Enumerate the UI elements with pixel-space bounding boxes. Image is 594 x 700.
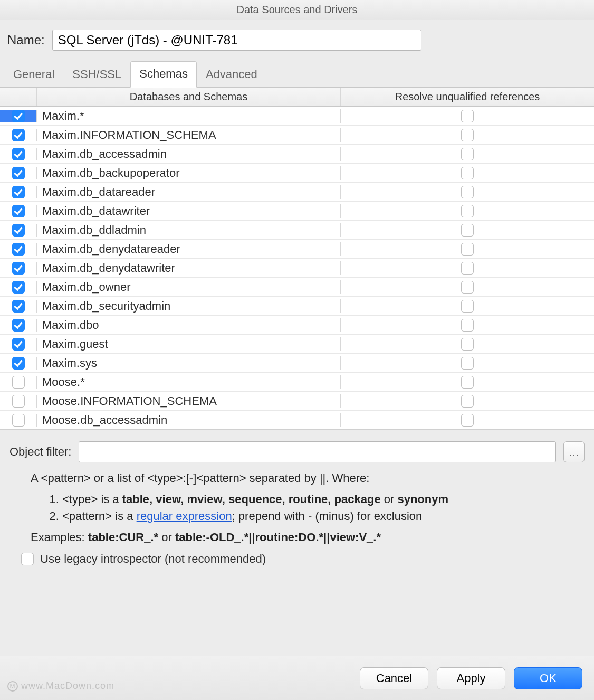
schema-checkbox-cell[interactable] bbox=[0, 414, 37, 427]
schema-checkbox[interactable] bbox=[12, 243, 25, 256]
schema-checkbox[interactable] bbox=[12, 224, 25, 237]
table-row[interactable]: Maxim.db_datareader bbox=[0, 183, 594, 202]
resolve-cell[interactable] bbox=[341, 262, 594, 275]
resolve-cell[interactable] bbox=[341, 338, 594, 351]
table-row[interactable]: Moose.INFORMATION_SCHEMA bbox=[0, 392, 594, 411]
schema-checkbox-cell[interactable] bbox=[0, 148, 37, 160]
ok-button[interactable]: OK bbox=[514, 667, 582, 689]
resolve-checkbox[interactable] bbox=[461, 243, 474, 256]
regular-expression-link[interactable]: regular expression bbox=[137, 509, 232, 523]
resolve-checkbox[interactable] bbox=[461, 186, 474, 198]
resolve-cell[interactable] bbox=[341, 395, 594, 408]
tab-sshssl[interactable]: SSH/SSL bbox=[63, 62, 130, 88]
schema-checkbox[interactable] bbox=[12, 357, 25, 370]
schema-checkbox[interactable] bbox=[12, 319, 25, 332]
table-row[interactable]: Moose.* bbox=[0, 373, 594, 392]
resolve-cell[interactable] bbox=[341, 129, 594, 141]
schema-checkbox-cell[interactable] bbox=[0, 319, 37, 332]
resolve-cell[interactable] bbox=[341, 205, 594, 217]
schema-checkbox-cell[interactable] bbox=[0, 205, 37, 217]
schema-checkbox[interactable] bbox=[12, 129, 25, 141]
schema-checkbox-cell[interactable] bbox=[0, 357, 37, 370]
tab-schemas[interactable]: Schemas bbox=[130, 61, 197, 88]
schema-checkbox[interactable] bbox=[12, 167, 25, 179]
schema-checkbox-cell[interactable] bbox=[0, 395, 37, 408]
resolve-checkbox[interactable] bbox=[461, 357, 474, 370]
schema-checkbox-cell[interactable] bbox=[0, 110, 37, 122]
schema-checkbox-cell[interactable] bbox=[0, 338, 37, 351]
table-row[interactable]: Maxim.dbo bbox=[0, 316, 594, 335]
schema-name: Maxim.* bbox=[37, 109, 341, 123]
resolve-cell[interactable] bbox=[341, 167, 594, 179]
schema-checkbox[interactable] bbox=[12, 414, 25, 427]
table-row[interactable]: Maxim.db_datawriter bbox=[0, 202, 594, 221]
table-row[interactable]: Maxim.* bbox=[0, 107, 594, 126]
resolve-checkbox[interactable] bbox=[461, 262, 474, 275]
schema-name: Maxim.sys bbox=[37, 356, 341, 370]
table-row[interactable]: Moose.db_accessadmin bbox=[0, 411, 594, 430]
table-row[interactable]: Maxim.db_securityadmin bbox=[0, 297, 594, 316]
table-row[interactable]: Maxim.db_denydatawriter bbox=[0, 259, 594, 278]
schema-checkbox-cell[interactable] bbox=[0, 224, 37, 237]
schema-checkbox-cell[interactable] bbox=[0, 243, 37, 256]
resolve-cell[interactable] bbox=[341, 414, 594, 427]
schema-checkbox[interactable] bbox=[12, 262, 25, 275]
resolve-checkbox[interactable] bbox=[461, 376, 474, 389]
table-row[interactable]: Maxim.sys bbox=[0, 354, 594, 373]
object-filter-more-button[interactable]: … bbox=[563, 441, 585, 462]
object-filter-input[interactable] bbox=[79, 441, 556, 462]
schema-checkbox[interactable] bbox=[12, 300, 25, 313]
schema-checkbox[interactable] bbox=[12, 281, 25, 294]
schema-checkbox-cell[interactable] bbox=[0, 281, 37, 294]
table-row[interactable]: Maxim.db_accessadmin bbox=[0, 145, 594, 164]
resolve-cell[interactable] bbox=[341, 357, 594, 370]
schema-checkbox[interactable] bbox=[12, 338, 25, 351]
name-input[interactable] bbox=[52, 30, 421, 51]
resolve-cell[interactable] bbox=[341, 376, 594, 389]
table-row[interactable]: Maxim.db_owner bbox=[0, 278, 594, 297]
schema-checkbox-cell[interactable] bbox=[0, 186, 37, 198]
schema-checkbox-cell[interactable] bbox=[0, 376, 37, 389]
resolve-cell[interactable] bbox=[341, 281, 594, 294]
resolve-checkbox[interactable] bbox=[461, 338, 474, 351]
table-row[interactable]: Maxim.db_ddladmin bbox=[0, 221, 594, 240]
resolve-cell[interactable] bbox=[341, 319, 594, 332]
table-row[interactable]: Maxim.db_backupoperator bbox=[0, 164, 594, 183]
resolve-checkbox[interactable] bbox=[461, 205, 474, 217]
resolve-cell[interactable] bbox=[341, 300, 594, 313]
tab-advanced[interactable]: Advanced bbox=[197, 62, 266, 88]
apply-button[interactable]: Apply bbox=[437, 667, 505, 689]
schema-checkbox-cell[interactable] bbox=[0, 167, 37, 179]
schema-checkbox[interactable] bbox=[12, 186, 25, 198]
schema-checkbox[interactable] bbox=[12, 148, 25, 160]
schema-checkbox-cell[interactable] bbox=[0, 300, 37, 313]
resolve-cell[interactable] bbox=[341, 224, 594, 237]
resolve-checkbox[interactable] bbox=[461, 414, 474, 427]
schema-checkbox-cell[interactable] bbox=[0, 262, 37, 275]
resolve-checkbox[interactable] bbox=[461, 300, 474, 313]
resolve-cell[interactable] bbox=[341, 186, 594, 198]
resolve-checkbox[interactable] bbox=[461, 167, 474, 179]
schema-checkbox-cell[interactable] bbox=[0, 129, 37, 141]
resolve-cell[interactable] bbox=[341, 110, 594, 122]
schema-checkbox[interactable] bbox=[12, 205, 25, 217]
resolve-checkbox[interactable] bbox=[461, 319, 474, 332]
table-row[interactable]: Maxim.db_denydatareader bbox=[0, 240, 594, 259]
schema-name: Maxim.db_ddladmin bbox=[37, 223, 341, 237]
resolve-checkbox[interactable] bbox=[461, 129, 474, 141]
legacy-introspector-checkbox[interactable] bbox=[21, 553, 34, 565]
tab-general[interactable]: General bbox=[4, 62, 63, 88]
table-row[interactable]: Maxim.INFORMATION_SCHEMA bbox=[0, 126, 594, 145]
table-row[interactable]: Maxim.guest bbox=[0, 335, 594, 354]
resolve-checkbox[interactable] bbox=[461, 224, 474, 237]
resolve-checkbox[interactable] bbox=[461, 148, 474, 160]
schema-checkbox[interactable] bbox=[12, 395, 25, 408]
resolve-checkbox[interactable] bbox=[461, 110, 474, 122]
resolve-cell[interactable] bbox=[341, 243, 594, 256]
schema-checkbox[interactable] bbox=[12, 376, 25, 389]
resolve-checkbox[interactable] bbox=[461, 395, 474, 408]
cancel-button[interactable]: Cancel bbox=[360, 667, 428, 689]
resolve-checkbox[interactable] bbox=[461, 281, 474, 294]
schema-checkbox[interactable] bbox=[12, 110, 25, 122]
resolve-cell[interactable] bbox=[341, 148, 594, 160]
